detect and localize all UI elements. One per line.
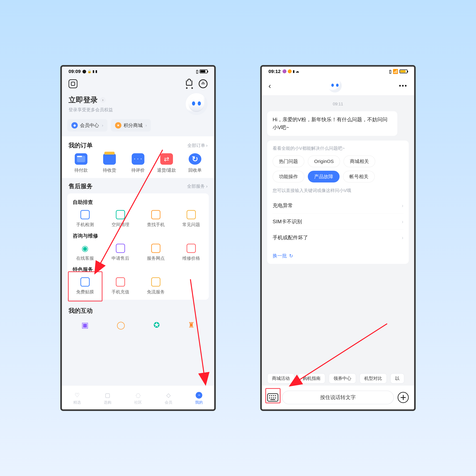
refresh-batch[interactable]: 换一批 ↻	[272, 250, 403, 259]
topic-pill-fault[interactable]: 产品故障	[308, 171, 340, 183]
film-icon	[80, 277, 90, 287]
interact-icon[interactable]: ♜	[188, 321, 195, 329]
keyboard-icon[interactable]	[267, 393, 278, 402]
tab-shop[interactable]: ▢选购	[104, 392, 111, 405]
quick-chip[interactable]: 商城活动	[267, 373, 294, 384]
chip-label: 领券中心	[334, 375, 351, 381]
faq-broken[interactable]: 手机或配件坏了›	[272, 230, 403, 246]
topic-pill-mall[interactable]: 商城相关	[343, 155, 375, 167]
chevron-right-icon: ›	[100, 97, 106, 103]
cell-label: 在线客服	[76, 255, 94, 261]
quick-chip[interactable]: 领券中心	[329, 373, 356, 384]
headset-icon: ◉	[80, 243, 90, 253]
feature-topup[interactable]: 手机充值	[103, 277, 138, 295]
diamond-outline-icon: ◇	[165, 392, 172, 399]
tab-label: 我的	[195, 400, 203, 405]
voice-input-button[interactable]: 按住说话转文字	[282, 391, 394, 404]
tab-featured[interactable]: ♡精选	[73, 392, 81, 405]
order-pending-review[interactable]: 待评价	[125, 153, 151, 173]
self-storage-clean[interactable]: 空间清理	[103, 210, 138, 228]
refresh-icon: ↻	[289, 253, 293, 259]
status-bar: 09:12 🟣 🟠 ▮ ☁ ▯ 📶	[262, 67, 414, 76]
aftersale-all-link[interactable]: 全部服务 ›	[187, 183, 207, 189]
topic-card: 看看全能的小V都能解决什么问题吧~ 热门问题 OriginOS 商城相关 功能操…	[267, 141, 409, 264]
self-find-phone[interactable]: 查找手机	[138, 210, 173, 228]
order-return[interactable]: 退货/退款	[154, 153, 179, 173]
chevron-right-icon: ›	[206, 184, 207, 189]
topic-pill-originos[interactable]: OriginOS	[308, 155, 340, 167]
search-icon	[151, 210, 161, 220]
group-consult-title: 咨询与维修	[67, 231, 209, 242]
orders-all-link[interactable]: 全部订单›	[187, 142, 207, 149]
order-pending-shipment[interactable]: 待收货	[97, 153, 122, 173]
cell-label: 免流服务	[147, 289, 165, 295]
order-recycle[interactable]: 回收单	[183, 153, 207, 173]
input-bar: 按住说话转文字	[262, 386, 414, 409]
topic-pill-hot[interactable]: 热门问题	[272, 155, 304, 167]
settings-hex-icon[interactable]	[68, 79, 77, 88]
topic-pill-function[interactable]: 功能操作	[272, 171, 304, 183]
faq-label: SIM卡不识别	[272, 218, 302, 225]
topic-pill-account[interactable]: 帐号相关	[343, 171, 375, 183]
orders-title: 我的订单	[68, 141, 93, 150]
quick-chip[interactable]: 购机指南	[298, 373, 325, 384]
cell-label: 免费贴膜	[76, 289, 94, 295]
consult-repair-price[interactable]: 维修价格	[173, 243, 209, 261]
self-faq[interactable]: 常见问题	[173, 210, 209, 228]
interact-icon[interactable]: ▣	[81, 321, 88, 329]
price-tag-icon	[186, 243, 196, 253]
quick-chip[interactable]: 机型对比	[359, 373, 387, 384]
chip-points-mall[interactable]: ★ 积分商城 ›	[111, 119, 151, 132]
feature-free-data[interactable]: 免流服务	[138, 277, 173, 295]
cell-label: 手机充值	[112, 289, 129, 295]
back-icon[interactable]: ‹	[269, 81, 271, 90]
interact-icon[interactable]: ✪	[153, 321, 160, 329]
plus-button[interactable]	[398, 392, 409, 403]
tab-label: 精选	[73, 400, 81, 405]
cell-label: 空间清理	[112, 222, 129, 228]
aftersale-card: 自助排查 手机检测 空间清理 查找手机 常见问题 咨询与维修 ◉在线客服 申请售…	[67, 193, 209, 300]
consult-service-points[interactable]: 服务网点	[138, 243, 173, 261]
chat-body: 09:11 Hi，亲爱的V粉，新年快乐！有什么问题，不妨问问小V吧~ 看看全能的…	[262, 95, 414, 362]
avatar-bot-icon[interactable]	[185, 93, 207, 115]
tab-member[interactable]: ◇会员	[165, 392, 172, 405]
cell-label: 查找手机	[147, 222, 165, 228]
cart-icon[interactable]	[185, 79, 194, 88]
screenshot-left: 09:09 ⬤ 🔒 ▮ ▮ ▯	[60, 65, 216, 411]
tab-bar: ♡精选 ▢选购 ◌社区 ◇会员 我的	[62, 386, 214, 409]
consult-online-service[interactable]: ◉在线客服	[67, 243, 103, 261]
order-pending-payment[interactable]: 待付款	[68, 153, 94, 173]
interact-icon[interactable]: ◯	[117, 321, 125, 329]
faq-charging[interactable]: 充电异常›	[272, 198, 403, 214]
faq-sim[interactable]: SIM卡不识别›	[272, 214, 403, 230]
more-icon[interactable]: •••	[399, 82, 408, 89]
wallet-icon	[75, 153, 87, 165]
chip-member-center[interactable]: ◆ 会员中心 ›	[67, 119, 107, 132]
wrench-icon	[115, 243, 125, 253]
status-indicator-icons: 🟣 🟠 ▮ ☁	[282, 69, 299, 73]
tab-mine[interactable]: 我的	[195, 392, 203, 405]
self-phone-check[interactable]: 手机检测	[67, 210, 103, 228]
quick-chip-truncated[interactable]: 以	[390, 373, 404, 384]
tab-community[interactable]: ◌社区	[134, 392, 142, 405]
chevron-right-icon: ›	[402, 235, 403, 240]
heart-icon: ♡	[74, 392, 81, 399]
pill-label: 热门问题	[279, 158, 298, 165]
status-time: 09:12	[269, 69, 281, 74]
consult-apply-aftersale[interactable]: 申请售后	[103, 243, 138, 261]
feature-free-film[interactable]: 免费贴膜	[67, 277, 103, 295]
profile-row: 立即登录 › 登录享受更多会员权益	[62, 91, 214, 118]
chevron-right-icon: ›	[206, 143, 207, 148]
screenshot-right: 09:12 🟣 🟠 ▮ ☁ ▯ 📶 ‹ ••• 09:11 Hi，亲爱的V粉，新…	[260, 65, 416, 411]
refresh-label: 换一批	[272, 253, 287, 259]
tab-label: 会员	[165, 400, 172, 405]
login-link[interactable]: 立即登录 ›	[68, 95, 113, 105]
message-timestamp: 09:11	[333, 102, 343, 106]
login-title: 立即登录	[68, 95, 98, 105]
avatar-bot-icon[interactable]	[328, 79, 342, 92]
star-icon: ★	[115, 122, 121, 129]
messages-icon[interactable]	[199, 79, 207, 88]
orders-all-label: 全部订单	[187, 142, 205, 149]
status-time: 09:09	[68, 69, 81, 74]
tab-label: 选购	[104, 400, 111, 405]
